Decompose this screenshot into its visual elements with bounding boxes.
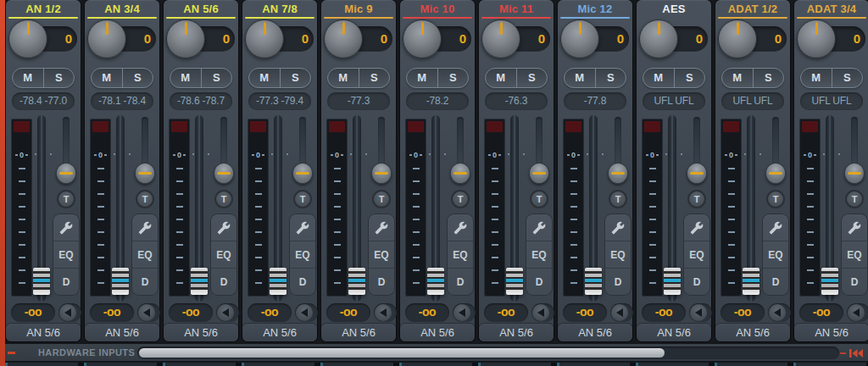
collapse-strip-button[interactable] — [374, 303, 397, 322]
collapse-strip-button[interactable] — [137, 303, 160, 322]
pan-knob[interactable] — [481, 19, 520, 58]
dynamics-button[interactable]: D — [132, 268, 158, 295]
pan-knob[interactable] — [87, 19, 126, 58]
collapse-strip-button[interactable] — [453, 303, 476, 322]
fader-gain-display[interactable]: -oo — [90, 303, 134, 322]
collapse-strip-button[interactable] — [295, 303, 318, 322]
channel-name[interactable]: Mic 12 — [558, 3, 632, 15]
dynamics-button[interactable]: D — [448, 268, 473, 295]
eq-button[interactable]: EQ — [605, 241, 631, 268]
fader-gain-display[interactable]: -oo — [326, 303, 370, 322]
settings-button[interactable] — [290, 214, 315, 241]
settings-button[interactable] — [211, 214, 236, 241]
pan-knob[interactable] — [8, 19, 47, 58]
collapse-strip-button[interactable] — [531, 303, 554, 322]
eq-button[interactable]: EQ — [132, 241, 158, 268]
channel-name[interactable]: ADAT 3/4 — [794, 3, 868, 15]
trim-slider-handle[interactable] — [608, 163, 628, 184]
section-collapse-dash-icon[interactable] — [8, 352, 15, 354]
settings-button[interactable] — [448, 214, 473, 241]
settings-button[interactable] — [526, 214, 552, 241]
trim-gain-button[interactable]: T — [530, 190, 548, 208]
fader-handle[interactable] — [270, 268, 287, 295]
fader-handle[interactable] — [112, 268, 129, 295]
fader-gain-display[interactable]: -oo — [405, 303, 449, 322]
solo-button[interactable]: S — [123, 69, 153, 87]
trim-gain-button[interactable]: T — [57, 190, 75, 208]
pan-knob[interactable] — [245, 19, 284, 58]
dynamics-button[interactable]: D — [53, 268, 79, 295]
solo-button[interactable]: S — [754, 69, 784, 87]
collapse-strip-button[interactable] — [847, 303, 868, 322]
dynamics-button[interactable]: D — [211, 268, 236, 295]
eq-button[interactable]: EQ — [448, 241, 473, 268]
eq-button[interactable]: EQ — [53, 241, 79, 268]
trim-slider-handle[interactable] — [292, 163, 313, 184]
dynamics-button[interactable]: D — [369, 268, 394, 295]
fader-handle[interactable] — [821, 268, 838, 295]
mute-button[interactable]: M — [407, 69, 437, 87]
collapse-strip-button[interactable] — [768, 303, 791, 322]
solo-button[interactable]: S — [44, 69, 75, 87]
trim-slider-handle[interactable] — [371, 163, 392, 184]
fader-handle[interactable] — [191, 268, 208, 295]
mute-button[interactable]: M — [249, 69, 280, 87]
trim-gain-button[interactable]: T — [214, 190, 233, 208]
fader-handle[interactable] — [348, 268, 365, 295]
solo-button[interactable]: S — [675, 69, 705, 87]
collapse-strip-button[interactable] — [610, 303, 633, 322]
trim-gain-button[interactable]: T — [293, 190, 312, 208]
mute-button[interactable]: M — [643, 69, 674, 87]
trim-gain-button[interactable]: T — [451, 190, 470, 208]
channel-name[interactable]: Mic 10 — [400, 3, 475, 15]
fader-gain-display[interactable]: -oo — [169, 303, 213, 322]
fader-gain-display[interactable]: -oo — [563, 303, 607, 322]
channel-name[interactable]: Mic 9 — [321, 3, 396, 15]
settings-button[interactable] — [369, 214, 394, 241]
trim-gain-button[interactable]: T — [845, 190, 864, 208]
collapse-strip-button[interactable] — [216, 303, 239, 322]
fader-handle[interactable] — [743, 268, 760, 295]
trim-slider-handle[interactable] — [844, 163, 865, 184]
channel-name[interactable]: Mic 11 — [479, 3, 554, 15]
channel-name[interactable]: AN 5/6 — [164, 3, 238, 15]
fader-gain-display[interactable]: -oo — [248, 303, 292, 322]
eq-button[interactable]: EQ — [763, 241, 788, 268]
pan-knob[interactable] — [403, 19, 442, 58]
trim-slider-handle[interactable] — [214, 163, 234, 184]
mute-button[interactable]: M — [328, 69, 359, 87]
eq-button[interactable]: EQ — [211, 241, 236, 268]
eq-button[interactable]: EQ — [290, 241, 315, 268]
settings-button[interactable] — [684, 214, 709, 241]
settings-button[interactable] — [132, 214, 158, 241]
mute-button[interactable]: M — [565, 69, 595, 87]
settings-button[interactable] — [842, 214, 867, 241]
mute-button[interactable]: M — [92, 69, 122, 87]
eq-button[interactable]: EQ — [526, 241, 552, 268]
fader-gain-display[interactable]: -oo — [721, 303, 765, 322]
fader-gain-display[interactable]: -oo — [484, 303, 528, 322]
fader-gain-display[interactable]: -oo — [11, 303, 55, 322]
pan-knob[interactable] — [560, 19, 599, 58]
mute-button[interactable]: M — [170, 69, 201, 87]
settings-button[interactable] — [763, 214, 788, 241]
trim-slider-handle[interactable] — [529, 163, 549, 184]
pan-knob[interactable] — [166, 19, 205, 58]
solo-button[interactable]: S — [281, 69, 311, 87]
trim-slider-handle[interactable] — [56, 163, 76, 184]
dynamics-button[interactable]: D — [605, 268, 631, 295]
trim-slider-handle[interactable] — [765, 163, 786, 184]
horizontal-scrollbar[interactable] — [137, 347, 839, 359]
trim-gain-button[interactable]: T — [766, 190, 785, 208]
solo-button[interactable]: S — [359, 69, 390, 87]
fader-handle[interactable] — [33, 268, 50, 295]
fader-handle[interactable] — [585, 268, 602, 295]
solo-button[interactable]: S — [202, 69, 232, 87]
eq-button[interactable]: EQ — [369, 241, 394, 268]
fader-handle[interactable] — [427, 268, 444, 295]
trim-gain-button[interactable]: T — [609, 190, 627, 208]
trim-slider-handle[interactable] — [687, 163, 707, 184]
eq-button[interactable]: EQ — [684, 241, 709, 268]
solo-button[interactable]: S — [517, 69, 548, 87]
channel-name[interactable]: AN 3/4 — [85, 3, 159, 15]
